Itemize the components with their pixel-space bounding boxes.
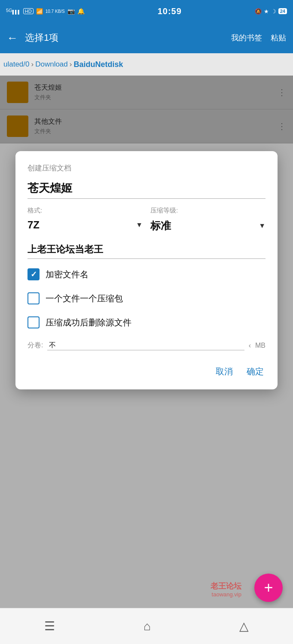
overlay-dim bbox=[0, 76, 293, 143]
dialog-buttons: 取消 确定 bbox=[27, 362, 266, 381]
checkbox-one-file-label: 一个文件一个压缩包 bbox=[46, 293, 123, 304]
nav-menu-icon[interactable]: ☰ bbox=[44, 619, 55, 633]
confirm-button[interactable]: 确定 bbox=[245, 362, 266, 381]
notification-icon: 🔔 bbox=[77, 8, 85, 15]
level-group: 压缩等级: 标准 ▼ bbox=[150, 207, 266, 234]
format-level-row: 格式: 7Z ▼ 压缩等级: 标准 ▼ bbox=[27, 207, 266, 234]
checkbox-encrypt-filename-row: ✓ 加密文件名 bbox=[27, 268, 266, 280]
checkbox-encrypt-filename[interactable]: ✓ bbox=[27, 268, 40, 280]
back-button[interactable]: ← bbox=[7, 31, 18, 45]
checkbox-one-file[interactable] bbox=[27, 292, 40, 304]
create-archive-dialog: 创建压缩文档 苍天煌姬 格式: 7Z ▼ 压缩等级: 标准 ▼ 上老王论坛当老王 bbox=[15, 151, 278, 389]
checkbox-delete-source[interactable] bbox=[27, 316, 40, 328]
signal-icon: 5G▌▌▌ bbox=[6, 8, 21, 14]
mute-icon: 🔕 bbox=[255, 8, 262, 15]
breadcrumb-sep1: › bbox=[31, 60, 34, 69]
bluetooth-icon: ★ bbox=[264, 8, 269, 15]
moon-icon: ☽ bbox=[271, 8, 276, 15]
format-group: 格式: 7Z ▼ bbox=[27, 207, 143, 234]
fab-add-button[interactable]: + bbox=[254, 574, 283, 602]
battery-badge: 24 bbox=[278, 8, 287, 14]
watermark: 老王论坛 taowang.vip bbox=[211, 581, 241, 598]
level-value: 标准 bbox=[150, 219, 171, 233]
filename-underline bbox=[27, 198, 266, 199]
watermark-en: taowang.vip bbox=[211, 591, 241, 598]
status-bar: 5G▌▌▌ HD 📶 10.7 KB/S 📷 🔔 10:59 🔕 ★ ☽ 24 bbox=[0, 0, 293, 22]
split-unit: MB bbox=[255, 342, 266, 349]
split-volume-row: 分卷: ‹ MB bbox=[27, 340, 266, 350]
breadcrumb-part2[interactable]: Download bbox=[35, 60, 68, 69]
bottom-nav: ☰ ⌂ △ bbox=[0, 608, 293, 644]
app-bar: ← 选择1项 我的书签 粘贴 bbox=[0, 22, 293, 53]
checkbox-delete-source-row: 压缩成功后删除源文件 bbox=[27, 316, 266, 328]
checkbox-one-file-row: 一个文件一个压缩包 bbox=[27, 292, 266, 304]
status-right: 🔕 ★ ☽ 24 bbox=[255, 8, 287, 15]
level-label: 压缩等级: bbox=[150, 207, 266, 215]
password-underline bbox=[27, 258, 266, 259]
archive-filename[interactable]: 苍天煌姬 bbox=[27, 181, 266, 196]
nav-back-icon[interactable]: △ bbox=[239, 619, 249, 633]
page-title: 选择1项 bbox=[25, 31, 224, 44]
split-arrow-icon[interactable]: ‹ bbox=[249, 342, 251, 349]
watermark-cn: 老王论坛 bbox=[211, 581, 241, 591]
clock: 10:59 bbox=[158, 6, 182, 16]
split-label: 分卷: bbox=[27, 341, 43, 350]
checkbox-encrypt-filename-label: 加密文件名 bbox=[46, 269, 89, 280]
wifi-icon: 📶 bbox=[36, 8, 43, 15]
format-select[interactable]: 7Z ▼ bbox=[27, 217, 143, 233]
status-left: 5G▌▌▌ HD 📶 10.7 KB/S 📷 🔔 bbox=[6, 8, 85, 15]
nav-home-icon[interactable]: ⌂ bbox=[143, 620, 151, 633]
breadcrumb: ulated/0 › Download › BaiduNetdisk bbox=[0, 53, 293, 76]
format-label: 格式: bbox=[27, 207, 143, 215]
level-arrow-icon: ▼ bbox=[259, 222, 266, 230]
speed-indicator: 10.7 KB/S bbox=[46, 9, 65, 14]
cancel-button[interactable]: 取消 bbox=[214, 362, 235, 381]
format-value: 7Z bbox=[27, 219, 40, 231]
checkmark-icon: ✓ bbox=[31, 270, 37, 279]
split-input[interactable] bbox=[47, 340, 244, 350]
app-bar-actions: 我的书签 粘贴 bbox=[231, 33, 286, 43]
breadcrumb-part1[interactable]: ulated/0 bbox=[3, 60, 30, 69]
format-arrow-icon: ▼ bbox=[136, 221, 143, 229]
level-select[interactable]: 标准 ▼ bbox=[150, 217, 266, 234]
file-list-background: 苍天煌姬 文件夹 ⋮ 其他文件 文件夹 ⋮ 创建压缩文档 苍天煌姬 格式: 7Z… bbox=[0, 76, 293, 143]
paste-button[interactable]: 粘贴 bbox=[271, 33, 286, 43]
dialog-title: 创建压缩文档 bbox=[27, 163, 266, 173]
checkbox-delete-source-label: 压缩成功后删除源文件 bbox=[46, 317, 131, 328]
password-field[interactable]: 上老王论坛当老王 bbox=[27, 243, 266, 256]
screenshot-icon: 📷 bbox=[67, 8, 75, 15]
bookmark-button[interactable]: 我的书签 bbox=[231, 33, 262, 43]
breadcrumb-current[interactable]: BaiduNetdisk bbox=[73, 60, 123, 69]
breadcrumb-sep2: › bbox=[70, 60, 72, 69]
hd-badge: HD bbox=[23, 8, 34, 14]
